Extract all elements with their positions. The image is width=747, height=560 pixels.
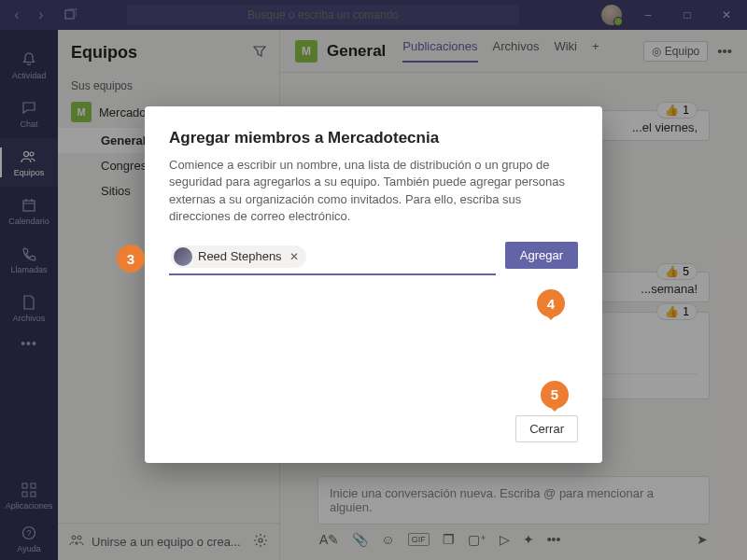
modal-title: Agregar miembros a Mercadotecnia <box>169 129 578 147</box>
close-button[interactable]: Cerrar <box>515 415 578 442</box>
chip-name: Reed Stephens <box>198 249 282 263</box>
step-callout-4: 4 <box>537 289 565 317</box>
step-callout-5: 5 <box>541 381 569 409</box>
member-input[interactable]: Reed Stephens ✕ <box>169 242 496 275</box>
add-button[interactable]: Agregar <box>505 242 578 269</box>
chip-remove-icon[interactable]: ✕ <box>289 250 299 263</box>
member-chip[interactable]: Reed Stephens ✕ <box>171 245 306 268</box>
modal-description: Comience a escribir un nombre, una lista… <box>169 157 578 225</box>
add-members-modal: Agregar miembros a Mercadotecnia Comienc… <box>145 106 602 463</box>
modal-overlay: Agregar miembros a Mercadotecnia Comienc… <box>0 0 747 560</box>
step-callout-3: 3 <box>117 245 145 273</box>
chip-avatar <box>174 247 192 266</box>
